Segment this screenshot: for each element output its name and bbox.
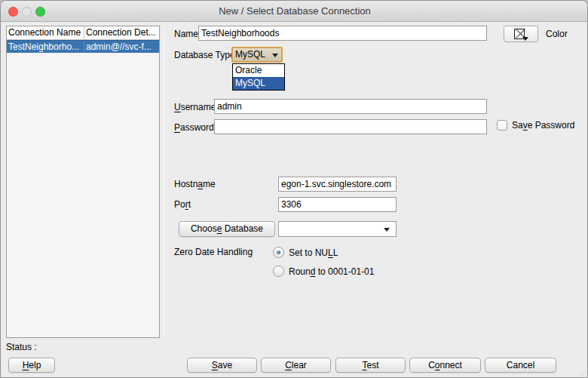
- status-label: Status :: [6, 340, 37, 355]
- option-oracle[interactable]: Oracle: [233, 64, 284, 77]
- hostname-input[interactable]: egon-1.svc.singlestore.com: [278, 177, 397, 192]
- title-bar: New / Select Database Connection: [1, 1, 588, 22]
- port-input[interactable]: 3306: [278, 197, 397, 212]
- password-label: Password: [174, 120, 214, 135]
- dropdown-arrow-icon: [272, 54, 278, 57]
- connect-button[interactable]: Connect: [409, 358, 481, 373]
- color-picker-button[interactable]: [504, 26, 538, 42]
- database-select[interactable]: [278, 221, 397, 237]
- dropdown-arrow-icon: [384, 228, 390, 232]
- zero-date-handling-label: Zero Date Handling: [174, 244, 253, 260]
- username-label: Username: [174, 100, 216, 115]
- connections-table: Connection Name Connection Det... TestNe…: [6, 26, 160, 338]
- connection-details-cell: admin@//svc-f...: [84, 41, 159, 53]
- port-label: Port: [174, 197, 191, 212]
- choose-database-button[interactable]: Choose Database: [179, 221, 275, 237]
- resize-grip[interactable]: [577, 367, 586, 376]
- database-type-popup: Oracle MySQL: [232, 63, 285, 91]
- help-button[interactable]: Help: [8, 358, 55, 373]
- save-password-checkbox[interactable]: [497, 120, 507, 131]
- clear-button[interactable]: Clear: [261, 358, 331, 373]
- database-type-select[interactable]: MySQL: [231, 47, 283, 63]
- connections-table-header: Connection Name Connection Det...: [7, 26, 159, 40]
- save-button[interactable]: Save: [187, 358, 257, 373]
- column-header-connection-name[interactable]: Connection Name: [7, 26, 84, 39]
- save-password-label: Save Password: [512, 118, 574, 133]
- username-input[interactable]: admin: [214, 99, 487, 114]
- set-to-null-radio[interactable]: [273, 247, 284, 258]
- panel-divider: [164, 26, 164, 338]
- password-input[interactable]: [214, 119, 487, 134]
- round-date-radio[interactable]: [273, 266, 284, 277]
- column-header-connection-details[interactable]: Connection Det...: [84, 26, 159, 39]
- database-connection-dialog: New / Select Database Connection Connect…: [0, 0, 588, 378]
- test-button[interactable]: Test: [335, 358, 406, 373]
- cancel-button[interactable]: Cancel: [485, 358, 556, 373]
- option-mysql[interactable]: MySQL: [233, 77, 284, 90]
- table-row[interactable]: TestNeighborho... admin@//svc-f...: [7, 40, 159, 53]
- database-type-value: MySQL: [235, 49, 265, 60]
- name-input[interactable]: TestNeighborhoods: [198, 26, 487, 41]
- database-type-label: Database Type: [174, 48, 235, 63]
- round-date-label[interactable]: Round to 0001-01-01: [289, 264, 374, 279]
- color-label: Color: [546, 26, 568, 41]
- connection-name-cell: TestNeighborho...: [7, 41, 84, 53]
- set-to-null-label[interactable]: Set to NULL: [289, 245, 338, 260]
- dropdown-arrow-icon: [522, 37, 528, 41]
- window-title: New / Select Database Connection: [1, 5, 588, 17]
- hostname-label: Hostname: [174, 177, 216, 192]
- name-label: Name: [174, 26, 198, 41]
